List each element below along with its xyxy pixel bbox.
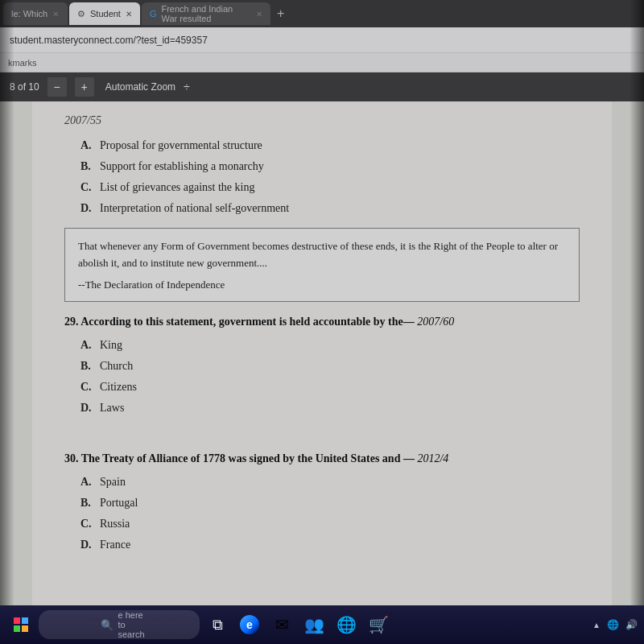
choice-c-29: C. Citizens [80,378,580,395]
windows-logo-icon [14,617,28,632]
choice-b-top-text: Support for establishing a monarchy [100,158,264,175]
taskbar-search-text: e here to search [122,615,141,634]
tab-3[interactable]: G French and Indian War resulted ✕ [142,2,270,25]
choice-d-30-letter: D. [80,536,93,553]
choice-a-30-text: Spain [100,473,126,490]
choice-a-30: A. Spain [80,473,580,490]
mail-icon: ✉ [272,615,291,634]
choice-b-29-letter: B. [80,357,93,374]
quote-text: That whenever any Form of Government bec… [78,238,566,272]
question-30-number: 30. [64,452,79,464]
url-display: student.masteryconnect.com/?test_id=4593… [10,35,208,46]
system-tray: ▲ [592,621,601,630]
question-30-year: 2012/4 [417,452,448,464]
choice-a-top-letter: A. [80,137,93,154]
choice-c-30-text: Russia [100,515,130,532]
tab-3-label: French and Indian War resulted [161,4,250,23]
pdf-toolbar: 8 of 10 − + Automatic Zoom ÷ [0,72,644,101]
choice-b-29-text: Church [100,357,133,374]
choice-d-top-letter: D. [80,200,93,217]
bookmarks-bar: kmarks [0,53,644,72]
choice-c-top-text: List of grievances against the king [100,179,254,196]
pdf-page-info: 8 of 10 [10,81,39,93]
network-icon: 🌐 [607,619,619,630]
content-area: 2007/55 A. Proposal for governmental str… [0,101,644,644]
question-29-text: According to this statement, government … [80,316,415,328]
search-icon: 🔍 [97,615,117,634]
tab-1-close[interactable]: ✕ [52,10,59,19]
choice-b-30: B. Portugal [80,494,580,511]
question-30: 30. The Treaty of Alliance of 1778 was s… [64,450,580,467]
tab-3-close[interactable]: ✕ [256,10,262,19]
choice-a-top-text: Proposal for governmental structure [100,137,262,154]
choice-d-top: D. Interpretation of national self-gover… [80,200,580,217]
year-code-top: 2007/55 [64,114,580,127]
taskbar-task-view[interactable]: ⧉ [203,610,232,639]
choice-a-29-letter: A. [80,336,93,353]
people-icon: 👥 [304,615,324,634]
choice-b-30-text: Portugal [100,494,138,511]
quote-source: --The Declaration of Independence [78,279,566,291]
choice-c-29-text: Citizens [100,378,137,395]
choice-a-top: A. Proposal for governmental structure [80,137,580,154]
choice-b-30-letter: B. [80,494,93,511]
choice-c-30-letter: C. [80,515,93,532]
answer-choices-29: A. King B. Church C. Citizens D. Laws [80,336,580,416]
task-view-icon: ⧉ [208,615,227,634]
choice-b-29: B. Church [80,357,580,374]
choice-d-29: D. Laws [80,399,580,416]
choice-c-30: C. Russia [80,515,580,532]
windows-start-button[interactable] [6,610,35,639]
page-content: 2007/55 A. Proposal for governmental str… [32,101,612,644]
choice-c-top: C. List of grievances against the king [80,179,580,196]
pdf-zoom-label: Automatic Zoom [105,81,175,93]
question-29-number: 29. [64,316,79,328]
choice-a-30-letter: A. [80,473,93,490]
choice-b-top: B. Support for establishing a monarchy [80,158,580,175]
choice-a-29-text: King [100,336,122,353]
taskbar-search-button[interactable]: 🔍 e here to search [39,610,200,639]
quote-box: That whenever any Form of Government bec… [64,228,580,302]
choice-d-top-text: Interpretation of national self-governme… [100,200,289,217]
pdf-zoom-icon: ÷ [184,80,190,93]
taskbar-edge-icon[interactable]: e [235,610,264,639]
edge-browser-icon: e [240,615,259,634]
pdf-zoom-in-button[interactable]: + [75,77,94,97]
volume-icon: 🔊 [625,619,638,630]
question-30-text: The Treaty of Alliance of 1778 was signe… [81,452,415,464]
tab-2[interactable]: ⚙ Student ✕ [69,2,140,25]
address-bar[interactable]: student.masteryconnect.com/?test_id=4593… [0,27,644,53]
store-icon: 🛒 [369,615,388,634]
answer-choices-30: A. Spain B. Portugal C. Russia D. France [80,473,580,553]
globe-icon: 🌐 [336,615,356,634]
taskbar-right-section: ▲ 🌐 🔊 [592,619,638,630]
question-29: 29. According to this statement, governm… [64,313,580,330]
tab-2-label: Student [90,9,121,19]
taskbar-store-icon[interactable]: 🛒 [364,610,393,639]
choice-b-top-letter: B. [80,158,93,175]
taskbar-globe-icon[interactable]: 🌐 [332,610,361,639]
tab-1-label: le: Which [11,9,47,19]
tab-bar: le: Which ✕ ⚙ Student ✕ G French and Ind… [0,0,644,27]
taskbar: 🔍 e here to search ⧉ e ✉ 👥 🌐 🛒 ▲ 🌐 🔊 [0,605,644,644]
tab-1[interactable]: le: Which ✕ [3,2,68,25]
choice-d-30: D. France [80,536,580,553]
taskbar-mail-icon[interactable]: ✉ [267,610,296,639]
question-29-year: 2007/60 [417,316,454,328]
choice-a-29: A. King [80,336,580,353]
answer-choices-top: A. Proposal for governmental structure B… [80,137,580,217]
choice-d-29-text: Laws [100,399,124,416]
bookmarks-label: kmarks [8,58,36,68]
pdf-zoom-out-button[interactable]: − [47,77,67,97]
choice-d-30-text: France [100,536,130,553]
taskbar-people-icon[interactable]: 👥 [299,610,328,639]
choice-d-29-letter: D. [80,399,93,416]
tab-2-close[interactable]: ✕ [126,10,132,19]
choice-c-29-letter: C. [80,378,93,395]
choice-c-top-letter: C. [80,179,93,196]
browser-window: le: Which ✕ ⚙ Student ✕ G French and Ind… [0,0,644,644]
new-tab-button[interactable]: + [272,6,289,21]
